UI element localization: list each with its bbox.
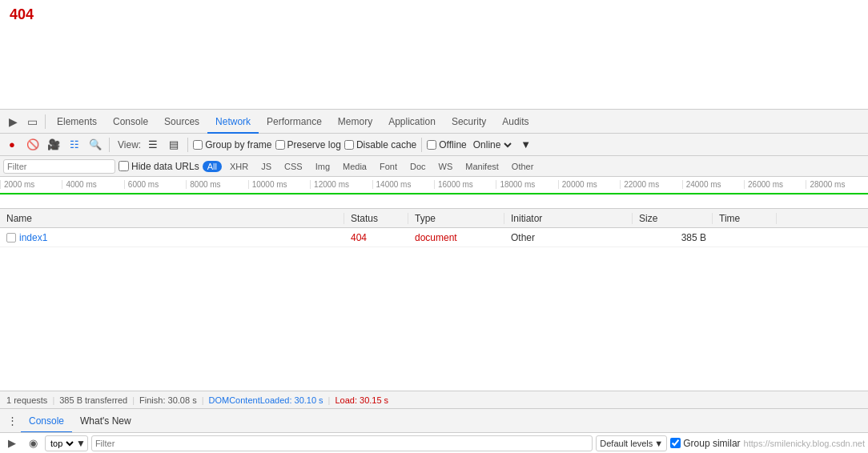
th-name[interactable]: Name [0,213,344,224]
tick-12: 24000 ms [682,180,744,189]
td-status: 404 [344,232,408,243]
devtools-panel: ▶ ▭ Elements Console Sources Network Per… [0,109,868,453]
th-size[interactable]: Size [633,213,713,224]
status-finish: Finish: 30.08 s [139,395,197,405]
filter-tag-css[interactable]: CSS [279,161,307,172]
preserve-log-checkbox[interactable] [275,140,285,150]
tick-5: 10000 ms [248,180,310,189]
console-tab-whats-new[interactable]: What's New [72,409,139,433]
view-list-button[interactable]: ☰ [144,136,162,154]
default-levels-arrow-icon: ▼ [654,439,663,448]
throttle-select[interactable]: Online [470,138,514,151]
filter-tag-manifest[interactable]: Manifest [460,161,504,172]
default-levels-label: Default levels [600,439,653,448]
toolbar-sep-1 [109,138,110,152]
tab-security[interactable]: Security [444,110,494,134]
group-by-frame-checkbox[interactable] [193,140,203,150]
table-body: index1 404 document Other 385 B [0,228,868,343]
empty-rows [0,247,868,343]
status-dom-content-loaded: DOMContentLoaded: 30.10 s [209,395,323,405]
camera-button[interactable]: 🎥 [45,136,62,154]
hide-data-label[interactable]: Hide data URLs [119,161,199,172]
tick-13: 26000 ms [744,180,806,189]
hide-data-checkbox[interactable] [119,161,129,171]
console-tab-console[interactable]: Console [21,409,72,433]
th-status[interactable]: Status [344,213,408,224]
th-type[interactable]: Type [408,213,504,224]
group-similar-label[interactable]: Group similar [670,438,740,449]
network-table: Name Status Type Initiator Size Time ind… [0,209,868,391]
console-play-icon[interactable]: ▶ [3,435,21,452]
tab-audits[interactable]: Audits [494,110,536,134]
group-by-frame-label[interactable]: Group by frame [193,139,271,150]
filter-tag-doc[interactable]: Doc [405,161,431,172]
row-name-link[interactable]: index1 [19,232,47,243]
network-toolbar: ● 🚫 🎥 ☷ 🔍 View: ☰ ▤ Group by frame Prese… [0,134,868,156]
tick-6: 12000 ms [310,180,372,189]
tab-application[interactable]: Application [380,110,444,134]
tick-7: 14000 ms [372,180,434,189]
search-button[interactable]: 🔍 [86,136,104,154]
tab-elements[interactable]: Elements [49,110,105,134]
filter-tag-media[interactable]: Media [338,161,372,172]
page-content: 404 [0,0,868,104]
console-menu-icon[interactable]: ⋮ [3,412,21,430]
tick-8: 16000 ms [434,180,496,189]
status-load: Load: 30.15 s [335,395,388,405]
tab-console[interactable]: Console [105,110,156,134]
tab-separator-1 [45,114,46,129]
console-top-arrow-icon: ▼ [76,438,86,449]
url-hint: https://smilenicky.blog.csdn.net [744,439,865,448]
tab-sources[interactable]: Sources [156,110,207,134]
offline-label[interactable]: Offline [427,139,466,150]
inspect-icon[interactable]: ▶ [3,112,22,131]
tick-1: 2000 ms [0,180,62,189]
filter-tag-all[interactable]: All [203,161,222,172]
timeline: 2000 ms 4000 ms 6000 ms 8000 ms 10000 ms… [0,177,868,209]
filter-input[interactable] [3,159,115,174]
status-requests: 1 requests [6,395,47,405]
timeline-ruler: 2000 ms 4000 ms 6000 ms 8000 ms 10000 ms… [0,177,868,193]
tick-9: 18000 ms [496,180,557,189]
disable-cache-checkbox[interactable] [344,140,354,150]
offline-checkbox[interactable] [427,140,436,150]
filter-tag-font[interactable]: Font [375,161,402,172]
disable-cache-label[interactable]: Disable cache [344,139,416,150]
view-grid-button[interactable]: ▤ [165,136,183,154]
console-filter-input[interactable] [91,435,593,451]
console-stop-icon[interactable]: ◉ [24,435,42,452]
th-initiator[interactable]: Initiator [504,213,633,224]
row-checkbox[interactable] [6,233,16,243]
record-button[interactable]: ● [3,136,21,154]
table-row[interactable]: index1 404 document Other 385 B [0,228,868,247]
tick-4: 8000 ms [186,180,247,189]
td-name: index1 [0,232,344,243]
filter-tag-img[interactable]: Img [311,161,335,172]
console-top-select[interactable]: top [47,438,76,449]
tick-10: 20000 ms [558,180,620,189]
tab-network[interactable]: Network [207,110,259,134]
timeline-green-line [0,193,868,194]
tab-performance[interactable]: Performance [259,110,330,134]
filter-bar: Hide data URLs All XHR JS CSS Img Media … [0,156,868,177]
group-similar-checkbox[interactable] [670,438,681,448]
filter-button[interactable]: ☷ [66,136,83,154]
filter-tag-ws[interactable]: WS [434,161,458,172]
th-time[interactable]: Time [713,213,777,224]
td-size: 385 B [633,232,713,243]
tab-memory[interactable]: Memory [330,110,380,134]
view-label: View: [118,139,141,150]
preserve-log-label[interactable]: Preserve log [275,139,341,150]
tick-3: 6000 ms [124,180,186,189]
status-bar: 1 requests | 385 B transferred | Finish:… [0,391,868,408]
td-initiator: Other [504,232,633,243]
filter-tag-js[interactable]: JS [256,161,276,172]
default-levels-button[interactable]: Default levels ▼ [596,435,667,451]
device-icon[interactable]: ▭ [22,112,42,131]
tick-2: 4000 ms [62,180,123,189]
throttle-arrow-icon[interactable]: ▼ [517,136,535,154]
filter-tag-xhr[interactable]: XHR [225,161,253,172]
table-header: Name Status Type Initiator Size Time [0,209,868,228]
clear-button[interactable]: 🚫 [24,136,42,154]
filter-tag-other[interactable]: Other [507,161,539,172]
